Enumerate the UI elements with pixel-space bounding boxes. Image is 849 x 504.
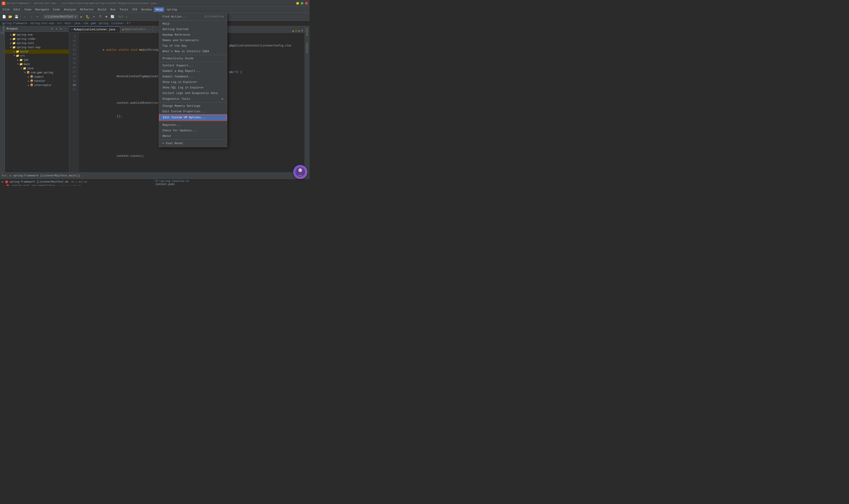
menu-vcs[interactable]: VCS	[130, 7, 139, 12]
new-file-button[interactable]: 📄	[1, 14, 7, 19]
menu-check-updates[interactable]: Check for Updates...	[159, 128, 227, 133]
breadcrumb-sep: ›	[81, 22, 83, 25]
breadcrumb-item[interactable]: spring-test-aop	[30, 22, 54, 25]
run-item-1[interactable]: ▶ ! spring-framework [ListenerMainTest.m…	[1, 180, 154, 184]
run-button[interactable]: ▶	[79, 14, 84, 19]
menu-help[interactable]: Help	[154, 7, 164, 12]
menu-file[interactable]: File	[1, 7, 11, 12]
menu-analyze[interactable]: Analyze	[62, 7, 78, 12]
tree-item-build[interactable]: ▶ 📁 build	[5, 50, 69, 54]
menu-submit-feedback[interactable]: Submit Feedback...	[159, 74, 227, 79]
menu-getting-started[interactable]: Getting Started	[159, 26, 227, 32]
tree-item-main[interactable]: ▼ 📁 main	[5, 62, 69, 66]
menu-view[interactable]: View	[22, 7, 33, 12]
breadcrumb-item[interactable]: java	[74, 22, 80, 25]
stop-button[interactable]: ■	[104, 14, 109, 19]
gradle-label[interactable]: Gradle	[305, 27, 309, 37]
menu-window[interactable]: Window	[140, 7, 153, 12]
menu-tip-of-day[interactable]: Tip of the Day	[159, 43, 227, 49]
tab-label: MyApplicationListener.java	[74, 28, 115, 31]
breadcrumb-item[interactable]: gwm	[91, 22, 96, 25]
menu-diagnostic-tools[interactable]: Diagnostic Tools ▶	[159, 96, 227, 102]
tree-item-spring-r2dbc[interactable]: ▶ 📁 spring-r2dbc	[5, 37, 69, 41]
menu-navigate[interactable]: Navigate	[34, 7, 51, 12]
menu-show-sql-log[interactable]: Show SQL Log in Explorer	[159, 85, 227, 90]
close-button[interactable]	[305, 2, 308, 5]
menu-edit-custom-properties[interactable]: Edit Custom Properties...	[159, 109, 227, 114]
menu-code[interactable]: Code	[51, 7, 62, 12]
tree-item-package[interactable]: ▼ 📦 com.gwm.spring	[5, 71, 69, 75]
settings-button[interactable]: ⚙	[59, 27, 62, 31]
run-output-line1: D:\spring-reources-st	[156, 180, 309, 183]
tree-item-spring-oxm[interactable]: ▶ 📁 spring-oxm	[5, 33, 69, 37]
tab-close-button[interactable]: ✕	[116, 28, 118, 31]
menu-edit[interactable]: Edit	[12, 7, 22, 12]
breadcrumb-item[interactable]: spring-framework	[2, 22, 27, 25]
menu-demos-screencasts[interactable]: Demos and Screencasts	[159, 38, 227, 43]
menu-run[interactable]: Run	[109, 7, 117, 12]
debug-button[interactable]: 🐛	[85, 14, 90, 19]
menu-item-label: Show Log in Explorer	[163, 80, 197, 84]
forward-button[interactable]: →	[29, 14, 34, 19]
line-num-17: 17	[69, 70, 77, 74]
minimize-button[interactable]	[296, 2, 299, 5]
save-button[interactable]: 💾	[14, 14, 19, 19]
profile-button[interactable]: ⏱	[97, 14, 103, 19]
database-label[interactable]: Database	[305, 41, 309, 54]
tab-my-application-listener[interactable]: G MyApplicationListener.java ✕	[69, 26, 120, 33]
tree-item-spring-test-aop[interactable]: ▼ 📁 spring-test-aop	[5, 45, 69, 50]
menu-register[interactable]: Register...	[159, 122, 227, 128]
tab-scroll-up[interactable]: ▲	[298, 29, 300, 33]
menu-eval-reset[interactable]: ↩ Eval Reset	[159, 140, 227, 146]
tab-scroll-down[interactable]: ▼	[301, 29, 303, 33]
tree-item-spring-test[interactable]: ▶ 📁 spring-test	[5, 41, 69, 45]
tree-item-java[interactable]: ▼ 📁 java	[5, 66, 69, 71]
tree-item-aspect[interactable]: ▶ 📦 aspect	[5, 75, 69, 79]
run-item-2[interactable]: ! :spring-test-aop:compileJava 1 err 2 s…	[1, 184, 154, 186]
menu-help-item[interactable]: Help	[159, 21, 227, 26]
breadcrumb-item[interactable]: com	[83, 22, 88, 25]
menu-build[interactable]: Build	[96, 7, 108, 12]
character-icon[interactable]	[293, 165, 307, 179]
menu-contact-support[interactable]: Contact Support...	[159, 63, 227, 68]
tree-item-handler[interactable]: ▶ 📦 handler	[5, 79, 69, 83]
menu-keymap-reference[interactable]: Keymap Reference	[159, 32, 227, 38]
tree-item-src[interactable]: ▼ 📁 src	[5, 54, 69, 58]
main-layout: 1: Project Project ⊕ ⇅ ⚙ ─ ▶ 📁 spring-ox…	[0, 26, 309, 173]
restore-button[interactable]	[301, 2, 303, 5]
menu-item-label: Submit Feedback...	[163, 75, 194, 78]
tab-application-li[interactable]: ⚙ ApplicationLi...	[120, 26, 153, 33]
menu-tools[interactable]: Tools	[118, 7, 130, 12]
menu-change-memory[interactable]: Change Memory Settings	[159, 103, 227, 109]
back-button[interactable]: ←	[22, 14, 28, 19]
reload-button[interactable]: 🔄	[110, 14, 115, 19]
package-icon: 📦	[30, 79, 33, 83]
menu-spring[interactable]: spring	[165, 7, 179, 12]
open-button[interactable]: 📂	[7, 14, 13, 19]
menu-submit-bug[interactable]: Submit a Bug Report...	[159, 68, 227, 74]
line-num-16: 16	[69, 66, 77, 70]
sidebar-project-icon[interactable]: 1: Project	[0, 27, 4, 31]
run-close-button[interactable]: ✕	[82, 174, 83, 177]
tree-item-interceptor[interactable]: ▶ 📦 interceptor	[5, 83, 69, 87]
menu-about[interactable]: About	[159, 133, 227, 139]
sync-button[interactable]: ⇅	[55, 27, 58, 31]
minimize-panel-button[interactable]: ─	[64, 27, 67, 31]
line-num-11: 11	[69, 43, 77, 48]
breadcrumb-item[interactable]: src	[57, 22, 62, 25]
menu-refactor[interactable]: Refactor	[78, 7, 95, 12]
menu-edit-custom-vm-options[interactable]: Edit Custom VM Options...	[159, 114, 227, 121]
tree-item-jmh[interactable]: ▶ 📁 jmh	[5, 58, 69, 62]
add-module-button[interactable]: ⊕	[50, 27, 54, 31]
coverage-button[interactable]: ☂	[91, 14, 97, 19]
breadcrumb-item[interactable]: listener	[111, 22, 124, 25]
menu-productivity-guide[interactable]: Productivity Guide	[159, 56, 227, 61]
revert-button[interactable]: ↩	[35, 14, 40, 19]
menu-find-action[interactable]: Find Action... Ctrl+Shift+A	[159, 14, 227, 19]
menu-collect-logs[interactable]: Collect Logs and Diagnostic Data	[159, 90, 227, 96]
breadcrumb-item[interactable]: main	[65, 22, 71, 25]
breadcrumb-item[interactable]: spring	[98, 22, 108, 25]
menu-show-log-explorer[interactable]: Show Log in Explorer	[159, 79, 227, 85]
menu-whats-new[interactable]: What's New in IntelliJ IDEA	[159, 49, 227, 54]
run-configuration[interactable]: ● ListenerMainTest ▾	[43, 15, 78, 19]
